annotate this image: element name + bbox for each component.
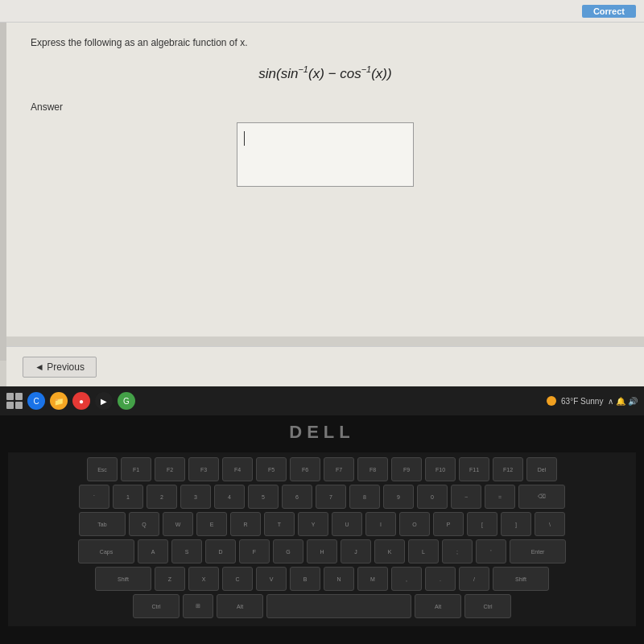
taskbar: C 📁 ● ▶ G 63°F Sunny ∧ 🔔 🔊 <box>0 386 644 415</box>
key-y[interactable]: Y <box>298 512 328 536</box>
key-m[interactable]: M <box>357 567 388 591</box>
key-0[interactable]: 0 <box>417 485 448 509</box>
key-f[interactable]: F <box>239 539 270 564</box>
key-lbracket[interactable]: [ <box>467 512 497 536</box>
key-backspace[interactable]: ⌫ <box>518 485 565 509</box>
key-quote[interactable]: ' <box>476 539 506 564</box>
key-f9[interactable]: F9 <box>391 457 422 481</box>
chrome-icon[interactable]: C <box>27 392 45 410</box>
left-strip <box>0 23 6 361</box>
key-win[interactable]: ⊞ <box>183 594 213 618</box>
key-comma[interactable]: , <box>391 567 422 591</box>
key-h[interactable]: H <box>307 539 337 564</box>
key-7[interactable]: 7 <box>316 485 346 509</box>
key-backslash[interactable]: \ <box>535 512 565 536</box>
key-f8[interactable]: F8 <box>357 457 388 481</box>
key-k[interactable]: K <box>374 539 405 564</box>
dell-logo: DELL <box>289 422 354 443</box>
key-o[interactable]: O <box>399 512 430 536</box>
app-icon-green[interactable]: G <box>118 392 135 410</box>
key-f3[interactable]: F3 <box>188 457 219 481</box>
key-t[interactable]: T <box>264 512 295 536</box>
key-ralt[interactable]: Alt <box>415 594 461 618</box>
correct-badge: Correct <box>582 5 636 18</box>
keyboard: Esc F1 F2 F3 F4 F5 F6 F7 F8 F9 F10 F11 F… <box>8 452 636 626</box>
key-rshift[interactable]: Shift <box>493 567 549 591</box>
key-slash[interactable]: / <box>459 567 489 591</box>
folder-icon[interactable]: 📁 <box>50 392 68 410</box>
bottom-nav: ◄ Previous <box>6 346 644 386</box>
answer-label: Answer <box>31 101 620 113</box>
screen: Correct Express the following as an alge… <box>0 0 644 386</box>
key-w[interactable]: W <box>163 512 193 536</box>
key-period[interactable]: . <box>425 567 456 591</box>
main-content: Express the following as an algebraic fu… <box>6 23 644 336</box>
laptop-body: DELL Esc F1 F2 F3 F4 F5 F6 F7 F8 F9 F10 … <box>0 415 644 644</box>
key-enter[interactable]: Enter <box>510 539 566 564</box>
key-lshift[interactable]: Shift <box>95 567 151 591</box>
key-del[interactable]: Del <box>526 457 557 481</box>
app-icon-dark[interactable]: ▶ <box>95 392 113 410</box>
key-lalt[interactable]: Alt <box>217 594 263 618</box>
key-f12[interactable]: F12 <box>493 457 523 481</box>
key-semicolon[interactable]: ; <box>442 539 473 564</box>
weather-icon <box>547 396 556 406</box>
windows-icon[interactable] <box>6 393 23 409</box>
key-e[interactable]: E <box>196 512 227 536</box>
key-i[interactable]: I <box>365 512 396 536</box>
key-p[interactable]: P <box>433 512 464 536</box>
key-f5[interactable]: F5 <box>256 457 287 481</box>
key-esc[interactable]: Esc <box>87 457 118 481</box>
key-z[interactable]: Z <box>155 567 185 591</box>
key-row-zxcv: Shift Z X C V B N M , . / Shift <box>13 567 631 591</box>
key-1[interactable]: 1 <box>113 485 143 509</box>
key-row-asdf: Caps A S D F G H J K L ; ' Enter <box>13 539 631 564</box>
key-r[interactable]: R <box>230 512 261 536</box>
key-g[interactable]: G <box>273 539 303 564</box>
key-4[interactable]: 4 <box>214 485 245 509</box>
key-u[interactable]: U <box>332 512 362 536</box>
key-f10[interactable]: F10 <box>425 457 456 481</box>
app-icon-red[interactable]: ● <box>72 392 90 410</box>
key-b[interactable]: B <box>290 567 320 591</box>
key-n[interactable]: N <box>324 567 354 591</box>
answer-input[interactable] <box>237 122 414 187</box>
key-rctrl[interactable]: Ctrl <box>464 594 511 618</box>
previous-button[interactable]: ◄ Previous <box>23 357 97 378</box>
key-minus[interactable]: − <box>451 485 481 509</box>
key-f11[interactable]: F11 <box>459 457 489 481</box>
key-f1[interactable]: F1 <box>121 457 151 481</box>
key-2[interactable]: 2 <box>147 485 177 509</box>
key-a[interactable]: A <box>138 539 168 564</box>
key-space[interactable] <box>266 594 411 618</box>
key-l[interactable]: L <box>408 539 439 564</box>
key-c[interactable]: C <box>222 567 253 591</box>
key-caps[interactable]: Caps <box>78 539 134 564</box>
key-row-function: Esc F1 F2 F3 F4 F5 F6 F7 F8 F9 F10 F11 F… <box>13 457 631 481</box>
key-s[interactable]: S <box>171 539 202 564</box>
key-row-number: ` 1 2 3 4 5 6 7 8 9 0 − = ⌫ <box>13 485 631 509</box>
key-d[interactable]: D <box>205 539 236 564</box>
key-f7[interactable]: F7 <box>324 457 354 481</box>
key-rbracket[interactable]: ] <box>501 512 531 536</box>
key-f6[interactable]: F6 <box>290 457 320 481</box>
key-j[interactable]: J <box>341 539 371 564</box>
key-f4[interactable]: F4 <box>222 457 253 481</box>
key-6[interactable]: 6 <box>282 485 312 509</box>
key-9[interactable]: 9 <box>383 485 414 509</box>
taskbar-left: C 📁 ● ▶ G <box>6 392 135 410</box>
key-lctrl[interactable]: Ctrl <box>133 594 180 618</box>
key-equals[interactable]: = <box>485 485 515 509</box>
key-row-qwerty: Tab Q W E R T Y U I O P [ ] \ <box>13 512 631 536</box>
system-tray: ∧ 🔔 🔊 <box>608 397 638 406</box>
key-backtick[interactable]: ` <box>79 485 109 509</box>
key-5[interactable]: 5 <box>248 485 279 509</box>
key-tab[interactable]: Tab <box>79 512 126 536</box>
key-v[interactable]: V <box>256 567 287 591</box>
key-q[interactable]: Q <box>129 512 159 536</box>
math-expression: sin(sin−1(x) − cos−1(x)) <box>31 64 620 82</box>
key-x[interactable]: X <box>188 567 219 591</box>
key-f2[interactable]: F2 <box>155 457 185 481</box>
key-8[interactable]: 8 <box>349 485 380 509</box>
key-3[interactable]: 3 <box>180 485 211 509</box>
